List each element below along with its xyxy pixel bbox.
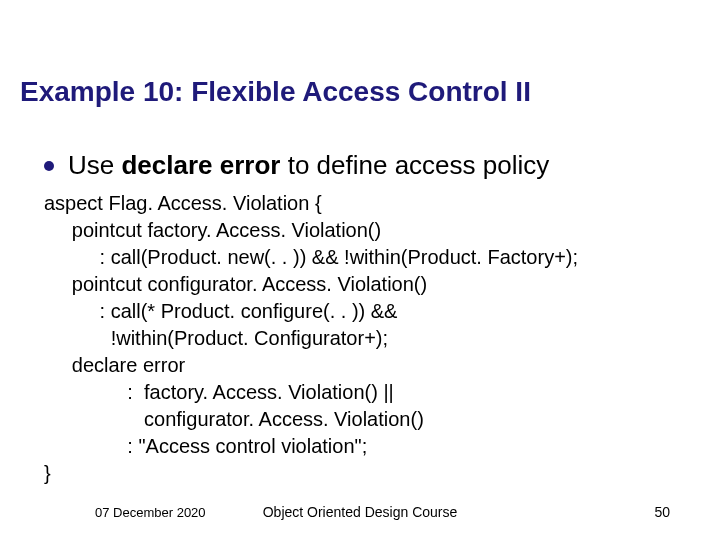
code-line: !within(Product. Configurator+);	[44, 327, 388, 349]
bullet-suffix: to define access policy	[280, 150, 549, 180]
bullet-bold: declare error	[121, 150, 280, 180]
code-line: : "Access control violation";	[44, 435, 367, 457]
code-block: aspect Flag. Access. Violation { pointcu…	[44, 190, 578, 487]
code-line: : call(Product. new(. . )) && !within(Pr…	[44, 246, 578, 268]
footer: 07 December 2020 Object Oriented Design …	[0, 500, 720, 520]
code-line: aspect Flag. Access. Violation {	[44, 192, 322, 214]
code-line: configurator. Access. Violation()	[44, 408, 424, 430]
footer-course: Object Oriented Design Course	[0, 504, 720, 520]
slide: Example 10: Flexible Access Control II U…	[0, 0, 720, 540]
code-line: declare error	[44, 354, 185, 376]
bullet-icon	[44, 161, 54, 171]
bullet-prefix: Use	[68, 150, 121, 180]
bullet-item: Use declare error to define access polic…	[44, 150, 549, 181]
bullet-text: Use declare error to define access polic…	[68, 150, 549, 181]
footer-page-number: 50	[654, 504, 670, 520]
code-line: pointcut factory. Access. Violation()	[44, 219, 381, 241]
slide-title: Example 10: Flexible Access Control II	[20, 76, 531, 108]
code-line: }	[44, 462, 51, 484]
code-line: pointcut configurator. Access. Violation…	[44, 273, 427, 295]
code-line: : factory. Access. Violation() ||	[44, 381, 394, 403]
code-line: : call(* Product. configure(. . )) &&	[44, 300, 397, 322]
